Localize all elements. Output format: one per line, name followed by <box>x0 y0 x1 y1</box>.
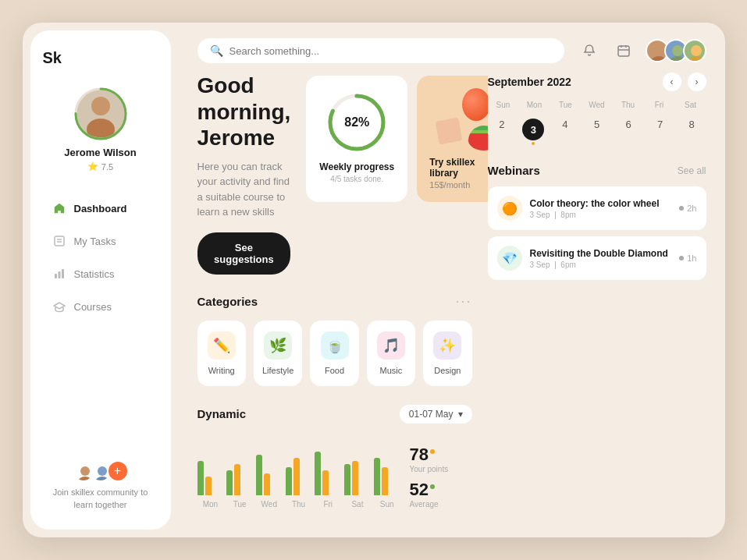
webinar-icon-2: 💎 <box>497 246 522 271</box>
chart-label-mon: Mon <box>197 500 224 509</box>
calendar-dot <box>532 142 535 145</box>
average-label: Average <box>410 500 472 509</box>
progress-percentage: 82% <box>344 115 369 129</box>
cube-decoration <box>436 118 463 145</box>
chart-label-fri: Fri <box>315 500 341 509</box>
dynamic-header: Dynamic 01-07 May ▾ <box>197 405 472 424</box>
webinar-title-1: Color theory: the color wheel <box>530 198 672 209</box>
header-actions <box>577 38 706 63</box>
bar-green-sat <box>344 464 350 495</box>
rating-value: 7.5 <box>101 162 113 172</box>
duration-dot-2 <box>679 256 684 261</box>
category-lifestyle[interactable]: 🌿 Lifestyle <box>254 321 302 386</box>
average-stat: 52 Average <box>410 480 472 509</box>
calendar-header: September 2022 ‹ › <box>488 73 706 91</box>
calendar-button[interactable] <box>611 38 636 63</box>
cal-day-tue: Tue <box>550 101 582 109</box>
design-label: Design <box>431 366 464 375</box>
chart-label-sun: Sun <box>374 500 400 509</box>
date-selector[interactable]: 01-07 May ▾ <box>400 405 472 424</box>
calendar-prev-button[interactable]: ‹ <box>663 73 681 91</box>
bar-group-sat <box>344 461 371 495</box>
cal-date-4[interactable]: 4 <box>551 115 580 148</box>
greeting-subtitle: Here you can track your activity and fin… <box>197 159 291 220</box>
category-writing[interactable]: ✏️ Writing <box>197 321 246 386</box>
bar-orange-sat <box>352 461 358 495</box>
cal-day-sat: Sat <box>675 101 706 109</box>
average-dot <box>430 484 435 489</box>
avatar-progress-ring <box>73 86 129 142</box>
webinars-header: Webinars See all <box>488 164 706 177</box>
progress-label: Weekly progress <box>318 161 395 172</box>
cal-day-sun: Sun <box>488 101 519 109</box>
library-price: 15$/month <box>429 180 487 190</box>
graduation-icon <box>52 299 66 314</box>
chart-label-thu: Thu <box>286 500 312 509</box>
category-music[interactable]: 🎵 Music <box>367 321 415 386</box>
bar-green-sun <box>374 458 380 495</box>
sidebar: Sk Jerome Wilson ⭐ 7.5 <box>30 30 171 530</box>
watermelon-decoration <box>468 126 487 151</box>
music-label: Music <box>375 366 407 375</box>
bell-icon <box>582 44 596 58</box>
home-icon <box>52 201 66 215</box>
see-all-button[interactable]: See all <box>678 165 706 176</box>
calendar-days-header: Sun Mon Tue Wed Thu Fri Sat <box>488 101 706 109</box>
search-input[interactable] <box>229 45 552 57</box>
category-design[interactable]: ✨ Design <box>423 321 471 386</box>
cal-date-8[interactable]: 8 <box>678 115 706 148</box>
bar-green-thu <box>286 467 292 495</box>
category-food[interactable]: 🍵 Food <box>310 321 358 386</box>
community-section: + Join skillex community to learn togeth… <box>43 460 158 511</box>
svg-point-22 <box>691 45 702 56</box>
courses-label: Courses <box>74 301 112 313</box>
categories-header: Categories ··· <box>197 293 472 310</box>
cal-date-3[interactable]: 3 <box>519 115 548 148</box>
writing-icon: ✏️ <box>208 331 236 360</box>
cal-date-7[interactable]: 7 <box>646 115 674 148</box>
sidebar-item-statistics[interactable]: Statistics <box>43 259 158 289</box>
calendar-title: September 2022 <box>488 76 571 88</box>
library-objects <box>429 88 487 151</box>
webinar-item-2[interactable]: 💎 Revisiting the Double Diamond 3 Sep | … <box>488 236 706 280</box>
greeting-text: Good morning,Jerome Here you can track y… <box>197 73 291 275</box>
points-stat: 78 Your points <box>410 445 472 473</box>
bar-chart-container: Mon Tue Wed Thu Fri Sat Sun <box>197 433 400 509</box>
star-icon: ⭐ <box>87 161 98 172</box>
calendar-dates: 2 3 4 5 <box>488 115 706 148</box>
bar-orange-wed <box>264 473 270 495</box>
webinar-duration-1: 2h <box>679 204 696 213</box>
library-card[interactable]: Try skillex library 15$/month <box>417 76 487 202</box>
design-icon: ✨ <box>433 331 461 360</box>
bar-group-wed <box>256 455 283 495</box>
calendar-next-button[interactable]: › <box>688 73 706 91</box>
cal-date-2[interactable]: 2 <box>488 115 517 148</box>
webinar-time-2: 3 Sep | 6pm <box>530 261 672 269</box>
points-value: 78 <box>410 445 472 465</box>
sidebar-item-dashboard[interactable]: Dashboard <box>43 193 158 223</box>
bar-orange-mon <box>205 477 212 495</box>
search-bar: 🔍 <box>197 38 564 63</box>
cal-date-6[interactable]: 6 <box>614 115 643 148</box>
cal-date-5[interactable]: 5 <box>582 115 611 148</box>
suggestions-button[interactable]: See suggestions <box>197 232 291 275</box>
svg-rect-9 <box>62 269 64 278</box>
notification-button[interactable] <box>577 38 602 63</box>
greeting-title: Good morning,Jerome <box>197 73 291 151</box>
webinar-info-1: Color theory: the color wheel 3 Sep | 8p… <box>530 198 672 219</box>
right-column: September 2022 ‹ › Sun Mon Tue Wed Thu <box>488 73 706 525</box>
sidebar-item-tasks[interactable]: My Tasks <box>43 226 158 256</box>
writing-label: Writing <box>205 366 238 375</box>
community-add-button[interactable]: + <box>107 460 129 482</box>
dynamic-title: Dynamic <box>197 407 247 420</box>
sidebar-item-courses[interactable]: Courses <box>43 292 158 321</box>
svg-rect-14 <box>618 46 629 56</box>
svg-point-11 <box>78 477 92 482</box>
categories-more-button[interactable]: ··· <box>455 293 471 310</box>
user-name: Jerome Wilson <box>64 147 136 158</box>
dynamic-section: Dynamic 01-07 May ▾ <box>197 405 472 509</box>
bar-green-mon <box>197 461 204 495</box>
webinar-title-2: Revisiting the Double Diamond <box>530 248 672 259</box>
svg-point-10 <box>80 466 90 476</box>
webinar-item-1[interactable]: 🟠 Color theory: the color wheel 3 Sep | … <box>488 186 706 230</box>
